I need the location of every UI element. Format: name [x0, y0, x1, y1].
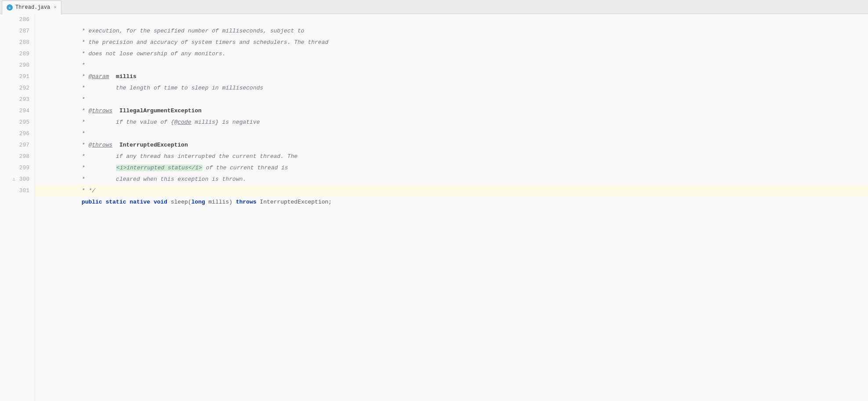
line-number-292: 292: [0, 82, 35, 94]
code-line-296: * @throws InterruptedException: [35, 128, 868, 140]
line-number-294: 294: [0, 105, 35, 117]
line-number-290: 290: [0, 60, 35, 71]
tab-bar: c Thread.java ×: [0, 0, 868, 14]
line-number-295: 295: [0, 117, 35, 128]
line-number-288: 288: [0, 37, 35, 48]
gutter-bookmark-icon: △: [11, 177, 17, 182]
line-number-298: 298: [0, 151, 35, 162]
tab-file-icon: c: [7, 4, 13, 11]
editor-container: c Thread.java × 286 287 288 289 290 291 …: [0, 0, 868, 401]
line-number-301: 301: [0, 185, 35, 197]
code-line-286: * execution, for the specified number of…: [35, 14, 868, 25]
line-number-296: 296: [0, 128, 35, 140]
code-area: 286 287 288 289 290 291 292 293 294 295 …: [0, 14, 868, 401]
line-number-287: 287: [0, 25, 35, 37]
code-line-290: * @param millis: [35, 60, 868, 71]
line-numbers-gutter: 286 287 288 289 290 291 292 293 294 295 …: [0, 14, 35, 401]
line-number-289: 289: [0, 48, 35, 60]
line-number-300: △ 300: [0, 174, 35, 185]
line-number-286: 286: [0, 14, 35, 25]
code-line-293: * @throws IllegalArgumentException: [35, 94, 868, 105]
line-number-297: 297: [0, 140, 35, 151]
thread-java-tab[interactable]: c Thread.java ×: [2, 0, 61, 14]
line-number-291: 291: [0, 71, 35, 82]
line-number-299: 299: [0, 162, 35, 174]
code-lines: * execution, for the specified number of…: [35, 14, 868, 401]
code-line-291: * the length of time to sleep in millise…: [35, 71, 868, 82]
code-line-301: public static native void sleep(long mil…: [35, 185, 868, 197]
tab-close-button[interactable]: ×: [54, 5, 57, 10]
line-number-293: 293: [0, 94, 35, 105]
tab-filename: Thread.java: [15, 4, 50, 11]
